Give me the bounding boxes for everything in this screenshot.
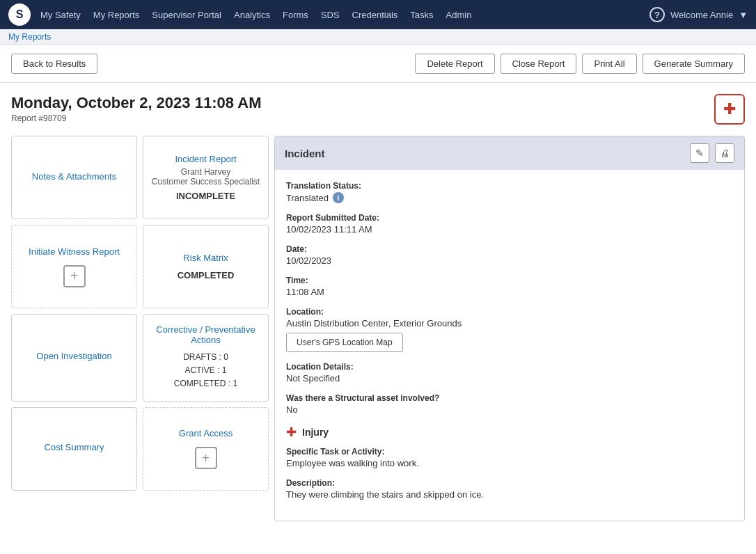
location-details-group: Location Details: Not Specified [286,362,733,383]
witness-report-card[interactable]: Initiate Witness Report + [11,225,137,308]
witness-report-title: Initiate Witness Report [29,246,120,257]
incident-report-role: Customer Success Specialist [152,177,260,187]
report-submitted-group: Report Submitted Date: 10/02/2023 11:11 … [286,213,733,235]
grant-access-title: Grant Access [179,428,233,438]
delete-report-button[interactable]: Delete Report [415,54,494,74]
corrective-actions-title: Corrective / Preventative Actions [150,324,261,345]
description-label: Description: [286,478,733,488]
date-label: Date: [286,244,733,254]
location-details-value: Not Specified [286,373,733,383]
generate-summary-button[interactable]: Generate Summary [643,54,745,74]
report-date-section: Monday, October 2, 2023 11:08 AM Report … [11,94,261,123]
injury-first-aid-icon: ✚ [286,425,297,440]
open-investigation-card[interactable]: Open Investigation [11,314,137,402]
app-logo[interactable]: S [8,3,31,26]
grant-access-card[interactable]: Grant Access + [143,407,269,491]
specific-task-group: Specific Task or Activity: Employee was … [286,447,733,468]
specific-task-value: Employee was walking into work. [286,458,733,468]
first-aid-icon[interactable]: ✚ [714,94,745,125]
grant-access-add-icon[interactable]: + [195,447,217,469]
incident-panel: Incident ✎ 🖨 Translation Status: Transla… [274,136,745,521]
panel-action-icons: ✎ 🖨 [690,143,734,163]
structural-group: Was there a Structural asset involved? N… [286,393,733,415]
time-value: 11:08 AM [286,287,733,297]
translation-status-label: Translation Status: [286,181,733,191]
nav-sds[interactable]: SDS [321,10,340,20]
corrective-drafts: DRAFTS : 0 ACTIVE : 1 COMPLETED : 1 [174,351,237,391]
nav-forms[interactable]: Forms [283,10,308,20]
risk-matrix-status: COMPLETED [178,270,235,280]
report-number: Report #98709 [11,113,261,123]
risk-matrix-card[interactable]: Risk Matrix COMPLETED [143,225,269,308]
help-icon[interactable]: ? [649,7,665,22]
breadcrumb: My Reports [0,29,756,45]
open-investigation-title: Open Investigation [36,351,111,361]
toolbar-left: Back to Results [11,54,409,74]
incident-panel-body: Translation Status: Translated i Report … [275,170,744,521]
incident-report-person: Grant Harvey [181,167,230,177]
corrective-actions-card[interactable]: Corrective / Preventative Actions DRAFTS… [143,314,269,402]
time-label: Time: [286,276,733,285]
report-submitted-label: Report Submitted Date: [286,213,733,223]
nav-right: ? Welcome Annie ▼ [649,7,748,22]
top-navigation: S My Safety My Reports Supervisor Portal… [0,0,756,29]
gps-location-button[interactable]: User's GPS Location Map [286,333,403,352]
translation-status-value-row: Translated i [286,192,733,203]
location-value: Austin Distribution Center, Exterior Gro… [286,318,733,329]
injury-section-label: Injury [302,427,329,438]
report-date: Monday, October 2, 2023 11:08 AM [11,94,261,112]
nav-tasks[interactable]: Tasks [410,10,433,20]
description-value: They were climbing the stairs and skippe… [286,489,733,500]
close-report-button[interactable]: Close Report [501,54,577,74]
location-label: Location: [286,307,733,317]
notes-attachments-title: Notes & Attachments [32,171,116,182]
location-details-label: Location Details: [286,362,733,372]
incident-panel-header: Incident ✎ 🖨 [275,136,744,170]
translation-status-group: Translation Status: Translated i [286,181,733,203]
risk-matrix-title: Risk Matrix [183,253,228,263]
print-icon[interactable]: 🖨 [715,143,734,163]
nav-admin[interactable]: Admin [446,10,472,20]
dropdown-icon[interactable]: ▼ [739,10,748,20]
edit-icon[interactable]: ✎ [690,143,709,163]
nav-supervisor-portal[interactable]: Supervisor Portal [152,10,221,20]
incident-panel-title: Incident [285,148,325,159]
translation-status-value: Translated [286,193,329,203]
cost-summary-title: Cost Summary [45,442,104,452]
notes-attachments-card[interactable]: Notes & Attachments [11,136,137,219]
location-group: Location: Austin Distribution Center, Ex… [286,307,733,352]
incident-report-card[interactable]: Incident Report Grant Harvey Customer Su… [143,136,269,219]
main-content: Notes & Attachments Incident Report Gran… [0,130,756,532]
date-value: 10/02/2023 [286,255,733,266]
time-group: Time: 11:08 AM [286,276,733,297]
nav-credentials[interactable]: Credentials [352,10,398,20]
print-all-button[interactable]: Print All [582,54,636,74]
report-submitted-value: 10/02/2023 11:11 AM [286,224,733,235]
cost-summary-card[interactable]: Cost Summary [11,407,137,491]
nav-links: My Safety My Reports Supervisor Portal A… [40,10,649,20]
left-panel: Notes & Attachments Incident Report Gran… [11,136,269,521]
witness-add-icon[interactable]: + [63,265,86,287]
toolbar: Back to Results Delete Report Close Repo… [0,45,756,83]
incident-report-title: Incident Report [175,154,236,164]
description-group: Description: They were climbing the stai… [286,478,733,500]
date-group: Date: 10/02/2023 [286,244,733,266]
translation-info-icon[interactable]: i [333,192,344,203]
back-to-results-button[interactable]: Back to Results [11,54,97,74]
structural-label: Was there a Structural asset involved? [286,393,733,403]
nav-my-safety[interactable]: My Safety [40,10,81,20]
breadcrumb-my-reports[interactable]: My Reports [8,32,51,42]
incident-report-status: INCOMPLETE [176,191,235,201]
structural-value: No [286,404,733,415]
nav-analytics[interactable]: Analytics [234,10,270,20]
welcome-text: Welcome Annie [670,10,733,20]
report-header: Monday, October 2, 2023 11:08 AM Report … [0,83,756,130]
injury-section-divider: ✚ Injury [286,425,733,440]
nav-my-reports[interactable]: My Reports [93,10,139,20]
specific-task-label: Specific Task or Activity: [286,447,733,457]
